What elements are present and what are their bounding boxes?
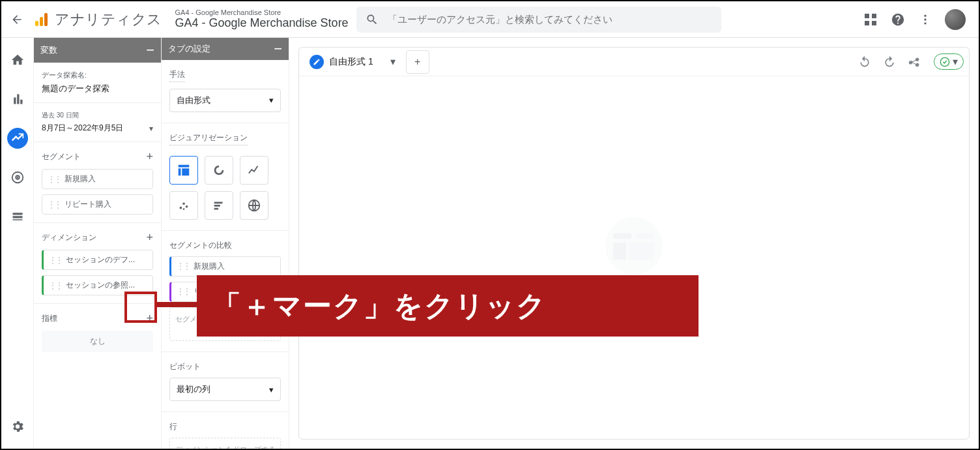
ga-logo-icon <box>33 10 51 29</box>
svg-rect-3 <box>872 21 876 25</box>
pivot-dropdown[interactable]: 最初の列 ▾ <box>169 378 281 401</box>
viz-bar-icon[interactable] <box>205 191 233 220</box>
svg-point-9 <box>16 177 18 179</box>
viz-geo-icon[interactable] <box>240 191 268 220</box>
nav-settings-icon[interactable] <box>7 416 28 437</box>
svg-rect-20 <box>629 243 654 260</box>
date-range-section[interactable]: 過去 30 日間 8月7日～2022年9月5日 ▾ <box>34 103 161 142</box>
viz-line-icon[interactable] <box>240 156 268 185</box>
visualization-block: ビジュアリゼーション <box>162 123 289 231</box>
dropdown-arrow-icon: ▾ <box>269 385 274 395</box>
metrics-none: なし <box>42 331 153 352</box>
redo-icon[interactable] <box>883 55 896 68</box>
tab-settings-header: タブの設定 − <box>162 38 289 60</box>
svg-point-13 <box>183 208 185 210</box>
help-icon[interactable] <box>890 12 906 27</box>
avatar[interactable] <box>945 9 966 30</box>
exploration-name-section[interactable]: データ探索名: 無題のデータ探索 <box>34 63 161 103</box>
breadcrumb-current: GA4 - Google Merchandise Store <box>175 16 349 30</box>
canvas-content: データがありません <box>299 76 969 439</box>
nav-explore-icon[interactable] <box>7 128 28 149</box>
annotation-highlight-box <box>124 292 157 323</box>
dimensions-title: ディメンション <box>42 232 96 243</box>
segments-title: セグメント <box>42 151 81 162</box>
add-tab-button[interactable]: + <box>406 50 429 74</box>
tab-dropdown-icon[interactable]: ▾ <box>390 55 396 68</box>
segment-comparison-label: セグメントの比較 <box>169 240 281 251</box>
tab-chip[interactable]: 自由形式 1 ▾ <box>304 55 401 69</box>
date-preset-label: 過去 30 日間 <box>42 111 153 120</box>
svg-point-12 <box>186 205 188 208</box>
visualization-label: ビジュアリゼーション <box>169 132 248 145</box>
share-icon[interactable] <box>908 55 922 69</box>
dropdown-arrow-icon: ▾ <box>953 55 958 68</box>
exploration-name-label: データ探索名: <box>42 70 153 80</box>
rows-label: 行 <box>169 421 281 432</box>
dropdown-arrow-icon: ▾ <box>269 95 274 105</box>
segments-section: セグメント + ⋮⋮新規購入 ⋮⋮リピート購入 <box>34 142 161 223</box>
tab-name: 自由形式 1 <box>329 56 373 68</box>
nav-rail <box>1 38 34 449</box>
canvas: 自由形式 1 ▾ + ▾ <box>298 47 970 440</box>
viz-scatter-icon[interactable] <box>169 191 198 220</box>
apps-icon[interactable] <box>863 12 878 27</box>
sample-status-indicator[interactable]: ▾ <box>934 53 964 70</box>
toolbar: ▾ <box>858 53 964 70</box>
nav-advertising-icon[interactable] <box>7 167 28 188</box>
technique-dropdown[interactable]: 自由形式 ▾ <box>169 89 281 112</box>
search-input[interactable] <box>388 14 712 25</box>
technique-label: 手法 <box>169 69 185 82</box>
add-segment-button[interactable]: + <box>146 150 153 164</box>
breadcrumb-parent: GA4 - Google Merchandise Store <box>175 8 349 16</box>
search-icon <box>366 13 379 26</box>
rows-block: 行 ディメンションをドロップするか選択してください 最初の行 1 <box>162 412 289 449</box>
brand-text: アナリティクス <box>55 10 162 29</box>
tabs-bar: 自由形式 1 ▾ + ▾ <box>299 48 969 76</box>
dimension-chip[interactable]: ⋮⋮セッションのデフ... <box>42 250 153 270</box>
annotation-callout: 「＋マーク」をクリック <box>197 275 699 337</box>
svg-point-15 <box>940 57 949 66</box>
rows-drop-zone[interactable]: ディメンションをドロップするか選択してください <box>169 438 281 449</box>
metrics-title: 指標 <box>42 313 57 324</box>
tab-settings-panel: タブの設定 − 手法 自由形式 ▾ ビジュアリゼーション <box>162 38 289 449</box>
dropdown-arrow-icon: ▾ <box>149 124 153 133</box>
annotation-connector <box>157 302 197 307</box>
nav-home-icon[interactable] <box>7 50 28 70</box>
viz-table-icon[interactable] <box>169 156 198 185</box>
undo-icon[interactable] <box>858 55 871 68</box>
svg-point-6 <box>924 22 926 24</box>
svg-point-5 <box>924 18 926 20</box>
pivot-block: ピボット 最初の列 ▾ <box>162 352 289 412</box>
svg-point-11 <box>182 202 185 205</box>
breadcrumb[interactable]: GA4 - Google Merchandise Store GA4 - Goo… <box>175 8 349 30</box>
svg-rect-17 <box>613 233 631 239</box>
brand-wrap: アナリティクス <box>33 10 162 29</box>
technique-block: 手法 自由形式 ▾ <box>162 60 289 123</box>
segment-compare-chip[interactable]: ⋮⋮新規購入 <box>169 256 281 277</box>
svg-rect-19 <box>613 243 626 260</box>
variables-panel-title: 変数 <box>40 44 57 56</box>
variables-panel: 変数 − データ探索名: 無題のデータ探索 過去 30 日間 8月7日～2022… <box>34 38 162 449</box>
segment-chip[interactable]: ⋮⋮リピート購入 <box>42 194 153 215</box>
svg-rect-18 <box>635 233 654 239</box>
search-box[interactable] <box>356 7 721 33</box>
add-dimension-button[interactable]: + <box>146 231 153 245</box>
date-range-value: 8月7日～2022年9月5日 <box>42 123 123 134</box>
back-button[interactable] <box>7 9 27 30</box>
pivot-label: ピボット <box>169 361 281 372</box>
nav-configure-icon[interactable] <box>7 206 28 227</box>
svg-rect-2 <box>865 21 869 25</box>
segment-chip[interactable]: ⋮⋮新規購入 <box>42 169 153 189</box>
app-header: アナリティクス GA4 - Google Merchandise Store G… <box>1 1 979 38</box>
svg-point-10 <box>180 206 182 209</box>
nav-reports-icon[interactable] <box>7 89 28 110</box>
svg-point-4 <box>924 14 926 16</box>
svg-rect-0 <box>865 14 869 18</box>
header-actions <box>863 9 973 30</box>
viz-donut-icon[interactable] <box>205 156 233 185</box>
more-vert-icon[interactable] <box>917 12 933 27</box>
svg-rect-1 <box>872 14 876 18</box>
collapse-button[interactable]: − <box>146 43 154 57</box>
collapse-button[interactable]: − <box>274 42 282 56</box>
variables-panel-header: 変数 − <box>34 38 161 63</box>
